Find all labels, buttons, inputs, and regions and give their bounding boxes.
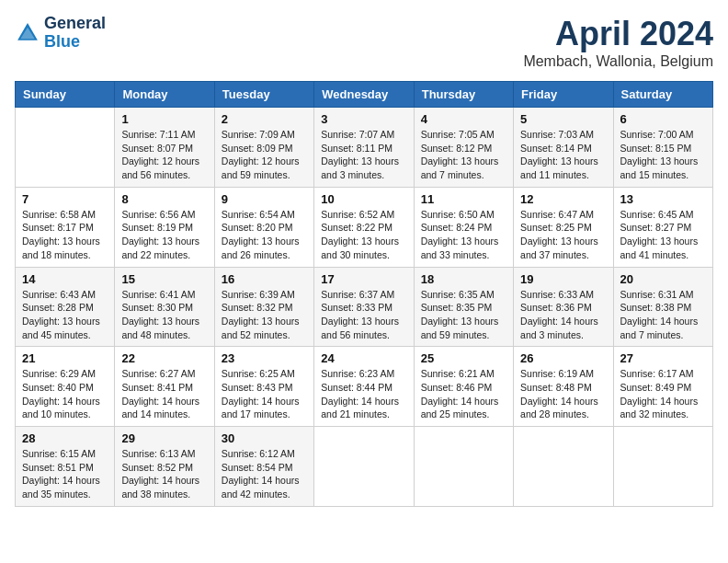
calendar-cell <box>514 427 613 507</box>
day-info: Sunrise: 7:07 AM Sunset: 8:11 PM Dayligh… <box>321 128 406 182</box>
day-info: Sunrise: 6:56 AM Sunset: 8:19 PM Dayligh… <box>121 208 207 262</box>
day-number: 15 <box>121 272 207 286</box>
calendar-cell: 22Sunrise: 6:27 AM Sunset: 8:41 PM Dayli… <box>115 347 214 427</box>
day-number: 6 <box>620 112 706 126</box>
weekday-header: Wednesday <box>314 82 414 108</box>
day-number: 30 <box>222 431 307 445</box>
calendar-cell: 21Sunrise: 6:29 AM Sunset: 8:40 PM Dayli… <box>16 347 115 427</box>
day-number: 1 <box>121 112 207 126</box>
day-number: 5 <box>520 112 606 126</box>
day-number: 14 <box>22 272 108 286</box>
day-number: 10 <box>321 192 406 206</box>
day-info: Sunrise: 6:12 AM Sunset: 8:54 PM Dayligh… <box>222 447 307 501</box>
day-number: 26 <box>520 351 606 365</box>
calendar-cell <box>613 427 712 507</box>
day-number: 11 <box>421 192 506 206</box>
day-number: 27 <box>620 351 706 365</box>
calendar-cell: 28Sunrise: 6:15 AM Sunset: 8:51 PM Dayli… <box>16 427 115 507</box>
logo-icon <box>15 20 40 46</box>
day-number: 3 <box>321 112 406 126</box>
day-number: 23 <box>222 351 307 365</box>
calendar-cell: 29Sunrise: 6:13 AM Sunset: 8:52 PM Dayli… <box>115 427 214 507</box>
calendar-table: SundayMondayTuesdayWednesdayThursdayFrid… <box>15 81 713 507</box>
day-info: Sunrise: 6:15 AM Sunset: 8:51 PM Dayligh… <box>22 447 108 501</box>
day-info: Sunrise: 6:58 AM Sunset: 8:17 PM Dayligh… <box>22 208 108 262</box>
calendar-cell: 30Sunrise: 6:12 AM Sunset: 8:54 PM Dayli… <box>214 427 313 507</box>
calendar-header-row: SundayMondayTuesdayWednesdayThursdayFrid… <box>16 82 713 108</box>
calendar-cell: 3Sunrise: 7:07 AM Sunset: 8:11 PM Daylig… <box>314 108 414 188</box>
day-number: 4 <box>421 112 506 126</box>
weekday-header: Monday <box>115 82 214 108</box>
day-number: 20 <box>620 272 706 286</box>
day-info: Sunrise: 6:39 AM Sunset: 8:32 PM Dayligh… <box>222 288 307 342</box>
calendar-cell: 4Sunrise: 7:05 AM Sunset: 8:12 PM Daylig… <box>414 108 513 188</box>
calendar-cell: 1Sunrise: 7:11 AM Sunset: 8:07 PM Daylig… <box>115 108 214 188</box>
day-info: Sunrise: 7:03 AM Sunset: 8:14 PM Dayligh… <box>520 128 606 182</box>
weekday-header: Saturday <box>613 82 712 108</box>
day-number: 21 <box>22 351 108 365</box>
weekday-header: Thursday <box>414 82 513 108</box>
day-number: 24 <box>321 351 406 365</box>
day-number: 8 <box>121 192 207 206</box>
day-info: Sunrise: 6:47 AM Sunset: 8:25 PM Dayligh… <box>520 208 606 262</box>
calendar-cell: 16Sunrise: 6:39 AM Sunset: 8:32 PM Dayli… <box>214 267 313 347</box>
logo-text: General Blue <box>44 15 106 52</box>
day-info: Sunrise: 6:45 AM Sunset: 8:27 PM Dayligh… <box>620 208 706 262</box>
day-info: Sunrise: 6:50 AM Sunset: 8:24 PM Dayligh… <box>421 208 506 262</box>
calendar-cell: 27Sunrise: 6:17 AM Sunset: 8:49 PM Dayli… <box>613 347 712 427</box>
calendar-cell: 18Sunrise: 6:35 AM Sunset: 8:35 PM Dayli… <box>414 267 513 347</box>
day-info: Sunrise: 7:05 AM Sunset: 8:12 PM Dayligh… <box>421 128 506 182</box>
calendar-subtitle: Membach, Wallonia, Belgium <box>523 53 713 70</box>
weekday-header: Friday <box>514 82 613 108</box>
day-info: Sunrise: 6:21 AM Sunset: 8:46 PM Dayligh… <box>421 367 506 421</box>
day-info: Sunrise: 6:41 AM Sunset: 8:30 PM Dayligh… <box>121 288 207 342</box>
calendar-cell: 23Sunrise: 6:25 AM Sunset: 8:43 PM Dayli… <box>214 347 313 427</box>
day-info: Sunrise: 7:11 AM Sunset: 8:07 PM Dayligh… <box>121 128 207 182</box>
day-number: 19 <box>520 272 606 286</box>
day-number: 18 <box>421 272 506 286</box>
day-info: Sunrise: 6:13 AM Sunset: 8:52 PM Dayligh… <box>121 447 207 501</box>
calendar-cell: 13Sunrise: 6:45 AM Sunset: 8:27 PM Dayli… <box>613 187 712 267</box>
calendar-cell: 12Sunrise: 6:47 AM Sunset: 8:25 PM Dayli… <box>514 187 613 267</box>
calendar-cell: 25Sunrise: 6:21 AM Sunset: 8:46 PM Dayli… <box>414 347 513 427</box>
calendar-cell: 26Sunrise: 6:19 AM Sunset: 8:48 PM Dayli… <box>514 347 613 427</box>
calendar-title: April 2024 <box>523 15 713 53</box>
weekday-header: Tuesday <box>214 82 313 108</box>
calendar-cell: 24Sunrise: 6:23 AM Sunset: 8:44 PM Dayli… <box>314 347 414 427</box>
day-info: Sunrise: 6:29 AM Sunset: 8:40 PM Dayligh… <box>22 367 108 421</box>
day-number: 17 <box>321 272 406 286</box>
day-info: Sunrise: 6:31 AM Sunset: 8:38 PM Dayligh… <box>620 288 706 342</box>
calendar-cell: 17Sunrise: 6:37 AM Sunset: 8:33 PM Dayli… <box>314 267 414 347</box>
calendar-cell: 19Sunrise: 6:33 AM Sunset: 8:36 PM Dayli… <box>514 267 613 347</box>
calendar-cell: 9Sunrise: 6:54 AM Sunset: 8:20 PM Daylig… <box>214 187 313 267</box>
day-info: Sunrise: 6:37 AM Sunset: 8:33 PM Dayligh… <box>321 288 406 342</box>
calendar-cell: 15Sunrise: 6:41 AM Sunset: 8:30 PM Dayli… <box>115 267 214 347</box>
day-number: 16 <box>222 272 307 286</box>
calendar-cell: 6Sunrise: 7:00 AM Sunset: 8:15 PM Daylig… <box>613 108 712 188</box>
calendar-cell: 10Sunrise: 6:52 AM Sunset: 8:22 PM Dayli… <box>314 187 414 267</box>
calendar-cell: 7Sunrise: 6:58 AM Sunset: 8:17 PM Daylig… <box>16 187 115 267</box>
calendar-week-row: 7Sunrise: 6:58 AM Sunset: 8:17 PM Daylig… <box>16 187 713 267</box>
day-number: 28 <box>22 431 108 445</box>
day-info: Sunrise: 6:23 AM Sunset: 8:44 PM Dayligh… <box>321 367 406 421</box>
calendar-week-row: 14Sunrise: 6:43 AM Sunset: 8:28 PM Dayli… <box>16 267 713 347</box>
calendar-week-row: 1Sunrise: 7:11 AM Sunset: 8:07 PM Daylig… <box>16 108 713 188</box>
day-info: Sunrise: 6:35 AM Sunset: 8:35 PM Dayligh… <box>421 288 506 342</box>
calendar-week-row: 21Sunrise: 6:29 AM Sunset: 8:40 PM Dayli… <box>16 347 713 427</box>
day-info: Sunrise: 7:00 AM Sunset: 8:15 PM Dayligh… <box>620 128 706 182</box>
day-number: 9 <box>222 192 307 206</box>
calendar-cell <box>414 427 513 507</box>
weekday-header: Sunday <box>16 82 115 108</box>
day-number: 25 <box>421 351 506 365</box>
day-number: 12 <box>520 192 606 206</box>
calendar-cell: 14Sunrise: 6:43 AM Sunset: 8:28 PM Dayli… <box>16 267 115 347</box>
calendar-cell: 5Sunrise: 7:03 AM Sunset: 8:14 PM Daylig… <box>514 108 613 188</box>
day-info: Sunrise: 6:17 AM Sunset: 8:49 PM Dayligh… <box>620 367 706 421</box>
day-number: 29 <box>121 431 207 445</box>
logo-line1: General <box>44 14 106 32</box>
day-info: Sunrise: 6:54 AM Sunset: 8:20 PM Dayligh… <box>222 208 307 262</box>
calendar-cell: 20Sunrise: 6:31 AM Sunset: 8:38 PM Dayli… <box>613 267 712 347</box>
day-number: 13 <box>620 192 706 206</box>
title-block: April 2024 Membach, Wallonia, Belgium <box>523 15 713 70</box>
day-number: 7 <box>22 192 108 206</box>
